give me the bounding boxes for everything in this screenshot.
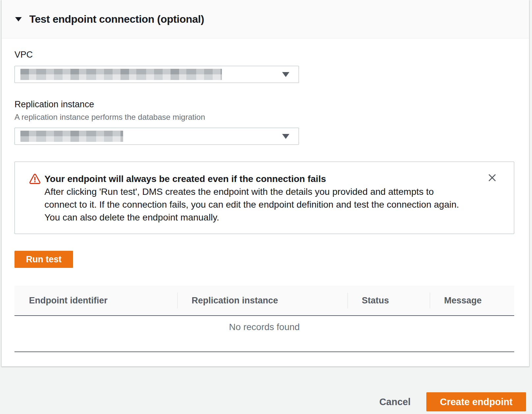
- column-header-replication-instance[interactable]: Replication instance: [177, 286, 347, 315]
- form-footer: Cancel Create endpoint: [0, 367, 532, 411]
- vpc-field-group: VPC: [14, 50, 529, 83]
- vpc-selected-value-redacted: [20, 69, 222, 80]
- replication-instance-description: A replication instance performs the data…: [14, 113, 529, 122]
- chevron-down-icon: [282, 134, 289, 139]
- collapse-triangle-icon[interactable]: [15, 17, 22, 21]
- replication-instance-select[interactable]: [14, 128, 299, 145]
- warning-title: Your endpoint will always be created eve…: [44, 172, 465, 185]
- replication-instance-selected-value-redacted: [20, 131, 123, 142]
- column-header-endpoint-identifier[interactable]: Endpoint identifier: [14, 286, 177, 315]
- panel-title: Test endpoint connection (optional): [29, 13, 204, 25]
- replication-instance-field-group: Replication instance A replication insta…: [14, 99, 529, 145]
- table-header-row: Endpoint identifier Replication instance…: [14, 286, 514, 316]
- chevron-down-icon: [282, 72, 289, 77]
- panel-body: VPC Replication instance A replication i…: [2, 39, 529, 352]
- vpc-select[interactable]: [14, 66, 299, 83]
- warning-alert: Your endpoint will always be created eve…: [14, 162, 514, 234]
- warning-triangle-icon: [29, 174, 40, 185]
- vpc-label: VPC: [14, 50, 529, 60]
- cancel-button[interactable]: Cancel: [379, 397, 411, 407]
- close-icon[interactable]: [486, 171, 499, 184]
- run-test-button[interactable]: Run test: [14, 251, 73, 268]
- replication-instance-label: Replication instance: [14, 99, 529, 110]
- empty-state-message: No records found: [14, 316, 514, 352]
- column-header-status[interactable]: Status: [347, 286, 430, 315]
- create-endpoint-button[interactable]: Create endpoint: [426, 392, 526, 411]
- panel-header[interactable]: Test endpoint connection (optional): [2, 0, 529, 39]
- column-header-message[interactable]: Message: [430, 286, 514, 315]
- warning-body: After clicking 'Run test', DMS creates t…: [44, 185, 465, 224]
- test-endpoint-panel: Test endpoint connection (optional) VPC …: [1, 0, 529, 367]
- test-results-table: Endpoint identifier Replication instance…: [14, 286, 514, 352]
